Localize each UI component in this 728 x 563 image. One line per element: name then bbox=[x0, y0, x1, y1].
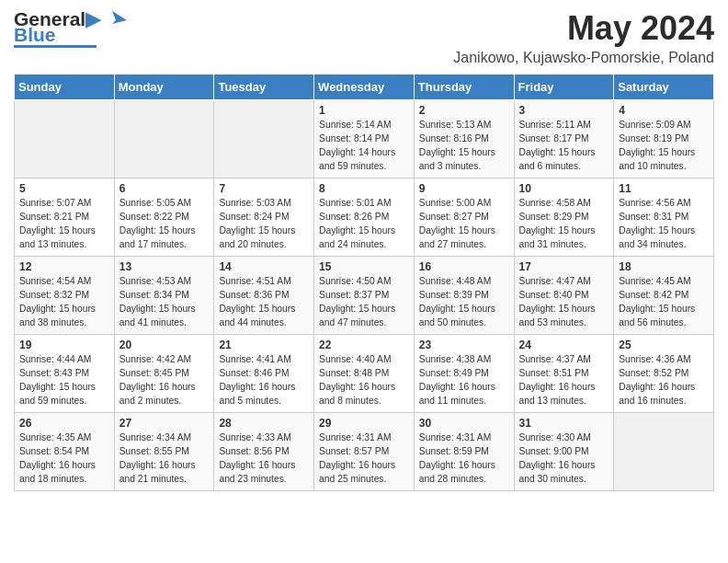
day-number: 2 bbox=[419, 104, 509, 117]
cell-info: Sunrise: 5:05 AM Sunset: 8:22 PM Dayligh… bbox=[119, 197, 210, 252]
logo-blue-text: ▶ bbox=[85, 8, 100, 29]
cell-info: Sunrise: 5:07 AM Sunset: 8:21 PM Dayligh… bbox=[19, 197, 109, 252]
calendar-cell: 9Sunrise: 5:00 AM Sunset: 8:27 PM Daylig… bbox=[414, 178, 514, 257]
cell-info: Sunrise: 4:56 AM Sunset: 8:31 PM Dayligh… bbox=[619, 197, 709, 252]
title-block: May 2024 Janikowo, Kujawsko-Pomorskie, P… bbox=[453, 9, 714, 66]
month-title: May 2024 bbox=[453, 9, 714, 48]
cell-info: Sunrise: 4:53 AM Sunset: 8:34 PM Dayligh… bbox=[119, 275, 210, 330]
day-number: 25 bbox=[619, 339, 709, 351]
logo-underline bbox=[14, 45, 97, 48]
calendar-cell: 18Sunrise: 4:45 AM Sunset: 8:42 PM Dayli… bbox=[614, 257, 714, 335]
logo: General▶ Blue bbox=[14, 9, 129, 48]
calendar-cell bbox=[614, 413, 714, 491]
calendar-cell: 14Sunrise: 4:51 AM Sunset: 8:36 PM Dayli… bbox=[214, 257, 314, 335]
day-number: 1 bbox=[319, 104, 409, 117]
logo-wing-icon bbox=[103, 7, 129, 37]
calendar-cell: 7Sunrise: 5:03 AM Sunset: 8:24 PM Daylig… bbox=[214, 178, 314, 257]
cell-info: Sunrise: 4:38 AM Sunset: 8:49 PM Dayligh… bbox=[419, 353, 509, 408]
cell-info: Sunrise: 4:40 AM Sunset: 8:48 PM Dayligh… bbox=[319, 353, 409, 408]
day-number: 8 bbox=[319, 182, 409, 195]
cell-info: Sunrise: 4:41 AM Sunset: 8:46 PM Dayligh… bbox=[219, 353, 309, 408]
calendar-cell: 28Sunrise: 4:33 AM Sunset: 8:56 PM Dayli… bbox=[214, 413, 314, 491]
calendar-cell: 3Sunrise: 5:11 AM Sunset: 8:17 PM Daylig… bbox=[514, 100, 614, 178]
cell-info: Sunrise: 4:50 AM Sunset: 8:37 PM Dayligh… bbox=[319, 275, 409, 330]
calendar-cell: 19Sunrise: 4:44 AM Sunset: 8:43 PM Dayli… bbox=[15, 335, 115, 413]
calendar-cell bbox=[214, 100, 314, 178]
calendar-cell: 23Sunrise: 4:38 AM Sunset: 8:49 PM Dayli… bbox=[414, 335, 514, 413]
calendar-week-row: 12Sunrise: 4:54 AM Sunset: 8:32 PM Dayli… bbox=[15, 257, 714, 335]
cell-info: Sunrise: 4:42 AM Sunset: 8:45 PM Dayligh… bbox=[119, 353, 210, 408]
day-number: 6 bbox=[119, 182, 210, 195]
calendar-header-row: SundayMondayTuesdayWednesdayThursdayFrid… bbox=[15, 75, 714, 100]
day-number: 30 bbox=[419, 417, 509, 430]
calendar-cell bbox=[114, 100, 214, 178]
cell-info: Sunrise: 5:14 AM Sunset: 8:14 PM Dayligh… bbox=[319, 119, 409, 174]
cell-info: Sunrise: 5:03 AM Sunset: 8:24 PM Dayligh… bbox=[219, 197, 309, 252]
cell-info: Sunrise: 4:36 AM Sunset: 8:52 PM Dayligh… bbox=[619, 353, 709, 408]
day-number: 26 bbox=[19, 417, 109, 430]
cell-info: Sunrise: 5:00 AM Sunset: 8:27 PM Dayligh… bbox=[419, 197, 509, 252]
day-number: 27 bbox=[119, 417, 210, 430]
cell-info: Sunrise: 5:13 AM Sunset: 8:16 PM Dayligh… bbox=[419, 119, 509, 174]
calendar-week-row: 5Sunrise: 5:07 AM Sunset: 8:21 PM Daylig… bbox=[15, 178, 714, 257]
calendar-cell: 8Sunrise: 5:01 AM Sunset: 8:26 PM Daylig… bbox=[314, 178, 415, 257]
calendar-cell: 22Sunrise: 4:40 AM Sunset: 8:48 PM Dayli… bbox=[314, 335, 415, 413]
calendar-body: 1Sunrise: 5:14 AM Sunset: 8:14 PM Daylig… bbox=[15, 100, 714, 491]
calendar-cell: 31Sunrise: 4:30 AM Sunset: 9:00 PM Dayli… bbox=[514, 413, 614, 491]
day-number: 3 bbox=[519, 104, 609, 117]
day-number: 11 bbox=[619, 182, 709, 195]
cell-info: Sunrise: 5:09 AM Sunset: 8:19 PM Dayligh… bbox=[619, 119, 709, 174]
calendar-cell: 2Sunrise: 5:13 AM Sunset: 8:16 PM Daylig… bbox=[414, 100, 514, 178]
calendar-cell: 11Sunrise: 4:56 AM Sunset: 8:31 PM Dayli… bbox=[614, 178, 714, 257]
day-number: 22 bbox=[319, 339, 409, 351]
cell-info: Sunrise: 4:30 AM Sunset: 9:00 PM Dayligh… bbox=[519, 431, 609, 487]
day-number: 4 bbox=[619, 104, 709, 117]
calendar-cell: 29Sunrise: 4:31 AM Sunset: 8:57 PM Dayli… bbox=[314, 413, 415, 491]
calendar-cell: 25Sunrise: 4:36 AM Sunset: 8:52 PM Dayli… bbox=[614, 335, 714, 413]
day-number: 12 bbox=[19, 260, 109, 273]
day-number: 13 bbox=[119, 260, 210, 273]
day-number: 19 bbox=[19, 339, 109, 351]
cell-info: Sunrise: 4:33 AM Sunset: 8:56 PM Dayligh… bbox=[219, 431, 309, 487]
cell-info: Sunrise: 4:37 AM Sunset: 8:51 PM Dayligh… bbox=[519, 353, 609, 408]
cell-info: Sunrise: 5:01 AM Sunset: 8:26 PM Dayligh… bbox=[319, 197, 409, 252]
day-number: 24 bbox=[519, 339, 609, 351]
column-header-friday: Friday bbox=[514, 75, 614, 100]
calendar-cell: 12Sunrise: 4:54 AM Sunset: 8:32 PM Dayli… bbox=[15, 257, 115, 335]
cell-info: Sunrise: 4:48 AM Sunset: 8:39 PM Dayligh… bbox=[419, 275, 509, 330]
calendar-cell: 10Sunrise: 4:58 AM Sunset: 8:29 PM Dayli… bbox=[514, 178, 614, 257]
calendar-cell: 24Sunrise: 4:37 AM Sunset: 8:51 PM Dayli… bbox=[514, 335, 614, 413]
day-number: 16 bbox=[419, 260, 509, 273]
calendar-week-row: 1Sunrise: 5:14 AM Sunset: 8:14 PM Daylig… bbox=[15, 100, 714, 178]
calendar-cell: 21Sunrise: 4:41 AM Sunset: 8:46 PM Dayli… bbox=[214, 335, 314, 413]
cell-info: Sunrise: 4:51 AM Sunset: 8:36 PM Dayligh… bbox=[219, 275, 309, 330]
cell-info: Sunrise: 4:45 AM Sunset: 8:42 PM Dayligh… bbox=[619, 275, 709, 330]
day-number: 28 bbox=[219, 417, 309, 430]
calendar-week-row: 19Sunrise: 4:44 AM Sunset: 8:43 PM Dayli… bbox=[15, 335, 714, 413]
calendar-cell: 16Sunrise: 4:48 AM Sunset: 8:39 PM Dayli… bbox=[414, 257, 514, 335]
calendar-cell: 20Sunrise: 4:42 AM Sunset: 8:45 PM Dayli… bbox=[114, 335, 214, 413]
day-number: 5 bbox=[19, 182, 109, 195]
cell-info: Sunrise: 4:44 AM Sunset: 8:43 PM Dayligh… bbox=[19, 353, 109, 408]
day-number: 18 bbox=[619, 260, 709, 273]
cell-info: Sunrise: 4:54 AM Sunset: 8:32 PM Dayligh… bbox=[19, 275, 109, 330]
cell-info: Sunrise: 5:11 AM Sunset: 8:17 PM Dayligh… bbox=[519, 119, 609, 174]
calendar-cell: 1Sunrise: 5:14 AM Sunset: 8:14 PM Daylig… bbox=[314, 100, 415, 178]
day-number: 23 bbox=[419, 339, 509, 351]
day-number: 15 bbox=[319, 260, 409, 273]
day-number: 21 bbox=[219, 339, 309, 351]
cell-info: Sunrise: 4:35 AM Sunset: 8:54 PM Dayligh… bbox=[19, 431, 109, 487]
day-number: 17 bbox=[519, 260, 609, 273]
column-header-monday: Monday bbox=[114, 75, 214, 100]
day-number: 29 bbox=[319, 417, 409, 430]
calendar-cell: 15Sunrise: 4:50 AM Sunset: 8:37 PM Dayli… bbox=[314, 257, 415, 335]
cell-info: Sunrise: 4:58 AM Sunset: 8:29 PM Dayligh… bbox=[519, 197, 609, 252]
page-header: General▶ Blue May 2024 Janikowo, Kujawsk… bbox=[14, 9, 714, 66]
svg-marker-0 bbox=[112, 11, 127, 24]
cell-info: Sunrise: 4:47 AM Sunset: 8:40 PM Dayligh… bbox=[519, 275, 609, 330]
cell-info: Sunrise: 4:34 AM Sunset: 8:55 PM Dayligh… bbox=[119, 431, 210, 487]
cell-info: Sunrise: 4:31 AM Sunset: 8:57 PM Dayligh… bbox=[319, 431, 409, 487]
calendar-week-row: 26Sunrise: 4:35 AM Sunset: 8:54 PM Dayli… bbox=[15, 413, 714, 491]
calendar-table: SundayMondayTuesdayWednesdayThursdayFrid… bbox=[14, 74, 714, 491]
calendar-cell: 5Sunrise: 5:07 AM Sunset: 8:21 PM Daylig… bbox=[15, 178, 115, 257]
